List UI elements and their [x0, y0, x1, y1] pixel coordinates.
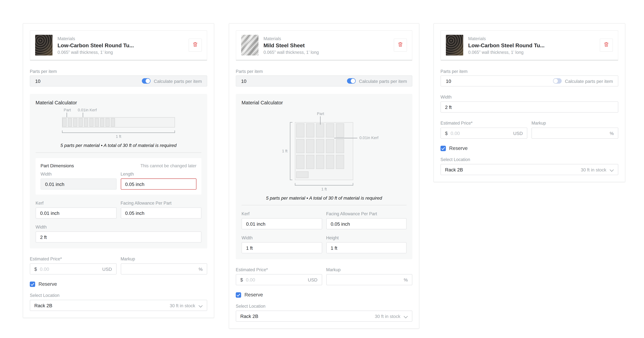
trash-icon: [604, 42, 609, 49]
part-dimensions-panel: Part Dimensions This cannot be changed l…: [36, 158, 202, 195]
chevron-down-icon: [404, 312, 408, 320]
currency-unit: USD: [308, 277, 318, 282]
material-title: Low-Carbon Steel Round Tu...: [58, 42, 184, 48]
location-value: Rack 2B: [445, 167, 581, 172]
part-segment: [73, 118, 77, 127]
material-bar: [62, 117, 175, 128]
select-location-label: Select Location: [440, 157, 618, 162]
bar-cut-diagram: Part 0.01in Kerf 1 ft: [62, 117, 175, 139]
material-height-input[interactable]: 1 ft: [326, 242, 406, 253]
material-width-input[interactable]: 1 ft: [242, 242, 322, 253]
location-select[interactable]: Rack 2B 30 ft in stock: [30, 300, 207, 311]
estimated-price-label: Estimated Price*: [30, 256, 116, 261]
part-cell: [326, 155, 334, 169]
part-cell: [316, 155, 324, 169]
check-icon: [30, 280, 34, 288]
calculate-parts-toggle-label: Calculate parts per item: [154, 79, 202, 83]
diagram-part-label: Part: [304, 111, 337, 116]
location-select[interactable]: Rack 2B 30 ft in stock: [440, 164, 618, 175]
delete-material-button[interactable]: [188, 39, 202, 52]
part-leader-line: [320, 116, 320, 125]
location-stock: 30 ft in stock: [581, 167, 606, 172]
material-width-label: Width: [242, 235, 322, 240]
material-height-label: 1 ft: [277, 149, 288, 153]
kerf-input[interactable]: 0.01 inch: [36, 207, 116, 219]
toggle-knob: [350, 79, 355, 83]
material-subtitle: 0.065” wall thickness, 1’ long: [58, 50, 184, 55]
kerf-leader-line: [334, 138, 358, 138]
part-segment: [68, 118, 72, 127]
estimated-price-input[interactable]: $ 0.00 USD: [440, 128, 527, 139]
reserve-checkbox[interactable]: [236, 292, 241, 297]
calculate-parts-toggle[interactable]: [347, 78, 356, 84]
divider: [242, 205, 406, 205]
calculate-parts-toggle[interactable]: [553, 78, 562, 84]
material-height-label: Height: [326, 235, 406, 240]
material-width-input[interactable]: 2 ft: [440, 101, 618, 113]
part-cell: [296, 155, 304, 169]
markup-input[interactable]: %: [532, 128, 618, 139]
chevron-down-icon: [610, 166, 614, 173]
parts-per-item-input[interactable]: 10: [446, 79, 550, 83]
material-length-label: 1 ft: [62, 134, 175, 139]
reserve-checkbox[interactable]: [30, 281, 35, 287]
parts-per-item-row: 10 Calculate parts per item: [440, 75, 618, 87]
location-value: Rack 2B: [34, 303, 170, 308]
location-select[interactable]: Rack 2B 30 ft in stock: [236, 310, 412, 322]
parts-per-item-input[interactable]: 10: [35, 79, 138, 83]
percent-unit: %: [404, 277, 408, 282]
estimated-price-input[interactable]: $ 0.00 USD: [236, 274, 322, 285]
location-stock: 30 ft in stock: [170, 303, 195, 308]
calculate-parts-toggle[interactable]: [142, 78, 150, 84]
percent-unit: %: [610, 131, 614, 136]
material-subtitle: 0.065” wall thickness, 1’ long: [264, 50, 389, 55]
height-bracket: [290, 122, 292, 180]
material-calculator: Material Calculator Part 0.01in Kerf 1 f…: [236, 94, 412, 259]
markup-input[interactable]: %: [326, 274, 412, 285]
material-title: Low-Carbon Steel Round Tu...: [468, 42, 595, 48]
markup-label: Markup: [326, 267, 412, 272]
material-subtitle: 0.065” wall thickness, 1’ long: [468, 50, 595, 55]
select-location-label: Select Location: [236, 303, 412, 308]
markup-input[interactable]: %: [120, 263, 207, 274]
delete-material-button[interactable]: [600, 39, 613, 52]
material-width-input[interactable]: 2 ft: [36, 231, 202, 243]
percent-unit: %: [198, 266, 202, 271]
diagram-kerf-label: 0.01in Kerf: [360, 135, 378, 140]
material-calculator: Material Calculator Part 0.01in Kerf: [30, 94, 207, 248]
reserve-checkbox[interactable]: [440, 146, 446, 151]
reserve-label: Reserve: [449, 145, 468, 151]
material-width-label: Width: [36, 224, 202, 229]
toggle-knob: [553, 79, 558, 83]
material-width-label: 1 ft: [295, 187, 353, 191]
material-header: Materials Mild Steel Sheet 0.065” wall t…: [236, 30, 412, 61]
material-category: Materials: [264, 36, 389, 41]
part-cell: [316, 139, 324, 153]
reserve-label: Reserve: [38, 281, 57, 287]
material-card-tube-2: Materials Low-Carbon Steel Round Tu... 0…: [434, 23, 625, 182]
part-segment: [95, 118, 99, 127]
calculator-summary: 5 parts per material • A total of 30 ft …: [36, 143, 202, 148]
kerf-label: Kerf: [242, 211, 322, 216]
delete-material-button[interactable]: [394, 39, 407, 52]
parts-per-item-input[interactable]: 10: [241, 79, 344, 83]
part-width-label: Width: [40, 171, 116, 176]
materials-configuration-page: Materials Low-Carbon Steel Round Tu... 0…: [0, 0, 644, 338]
facing-allowance-input[interactable]: 0.05 inch: [326, 218, 406, 229]
chevron-down-icon: [198, 301, 203, 309]
part-length-input[interactable]: 0.05 inch: [120, 178, 196, 190]
length-bracket: [62, 130, 175, 133]
part-width-input: 0.01 inch: [40, 178, 116, 190]
currency-unit: USD: [513, 131, 523, 136]
part-cell: [326, 139, 334, 153]
kerf-input[interactable]: 0.01 inch: [242, 218, 322, 229]
estimated-price-input[interactable]: $ 0.00 USD: [30, 263, 116, 274]
part-cell: [316, 123, 324, 138]
material-width-label: Width: [440, 94, 618, 99]
select-location-label: Select Location: [30, 293, 207, 298]
location-stock: 30 ft in stock: [375, 314, 400, 319]
markup-label: Markup: [120, 256, 207, 261]
calculator-title: Material Calculator: [242, 100, 406, 106]
currency-symbol: $: [240, 277, 243, 282]
facing-allowance-input[interactable]: 0.05 inch: [120, 207, 202, 219]
